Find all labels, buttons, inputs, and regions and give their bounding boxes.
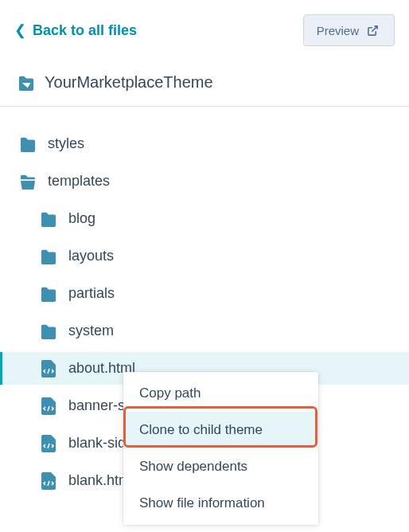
tree-item-label: system [68,323,114,339]
menu-item-show-dependents[interactable]: Show dependents [123,448,318,485]
back-label: Back to all files [33,22,137,39]
chevron-left-icon: ❮ [14,22,26,39]
tree-item-label: blog [68,210,95,227]
tree-item-label: banner-si [68,397,128,414]
tree-item-label: styles [48,135,84,152]
back-to-files-link[interactable]: ❮ Back to all files [14,22,137,39]
tree-folder-partials[interactable]: partials [0,277,409,310]
code-file-icon [40,361,57,377]
code-file-icon [40,436,57,452]
menu-item-label: Copy path [139,385,201,401]
preview-button[interactable]: Preview [303,14,395,46]
theme-icon [18,75,35,91]
folder-icon [40,248,57,264]
folder-icon [40,211,57,227]
tree-folder-layouts[interactable]: layouts [0,240,409,272]
context-menu: Copy path Clone to child theme Show depe… [123,372,318,525]
folder-icon [40,323,57,339]
menu-item-label: Show dependents [139,459,247,474]
menu-item-label: Show file information [139,495,265,510]
tree-folder-system[interactable]: system [0,315,409,347]
external-link-icon [364,22,381,38]
tree-folder-templates[interactable]: templates [0,165,409,198]
tree-item-label: partials [68,285,115,302]
code-file-icon [40,398,57,414]
tree-folder-blog[interactable]: blog [0,202,409,235]
tree-folder-styles[interactable]: styles [0,127,409,160]
tree-item-label: blank-sid [68,435,126,452]
theme-name: YourMarketplaceTheme [45,73,213,92]
tree-item-label: layouts [68,248,114,264]
folder-open-icon [19,174,37,190]
menu-item-clone-child-theme[interactable]: Clone to child theme [123,412,318,448]
svg-line-0 [372,25,377,31]
preview-label: Preview [317,24,359,37]
code-file-icon [40,473,57,489]
menu-item-show-file-info[interactable]: Show file information [123,485,318,522]
theme-row[interactable]: YourMarketplaceTheme [0,61,409,107]
folder-icon [19,136,37,152]
menu-item-copy-path[interactable]: Copy path [123,375,318,412]
tree-item-label: blank.htm [68,472,130,489]
folder-icon [40,286,57,302]
menu-item-label: Clone to child theme [139,422,263,437]
tree-item-label: templates [48,173,110,190]
